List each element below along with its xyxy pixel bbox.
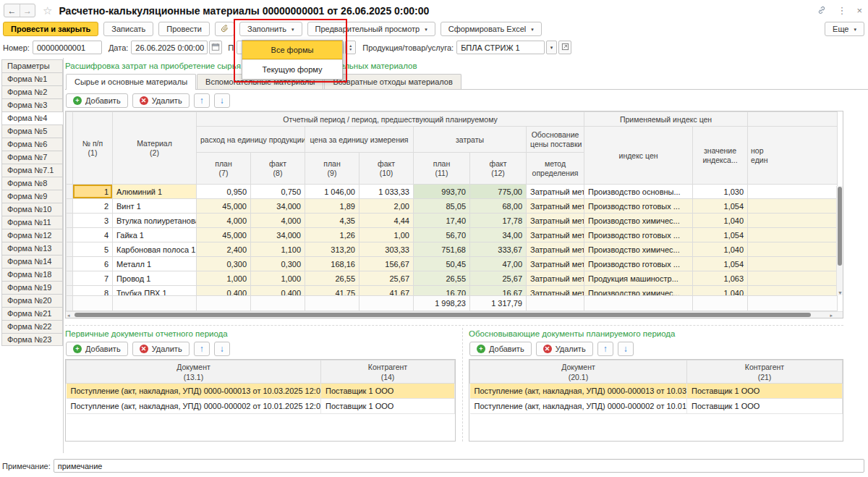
cell-price-plan[interactable]: 26,55 — [305, 271, 359, 286]
cell-justification[interactable]: Затратный мет... — [527, 228, 584, 242]
cell-num[interactable]: 4 — [73, 228, 113, 242]
tab-return-waste[interactable]: Возвратные отходы материалов — [324, 74, 461, 89]
back-icon[interactable]: ← — [4, 4, 20, 17]
cell-justification[interactable]: Затратный мет... — [527, 199, 584, 214]
excel-button[interactable]: Сформировать Excel▾ — [441, 22, 542, 36]
cell-cost-fact[interactable]: 68,00 — [470, 199, 527, 214]
cell-document[interactable]: Поступление (акт, накладная, УПД) 0000-0… — [67, 399, 321, 414]
cell-price-plan[interactable]: 41,75 — [305, 286, 359, 296]
cell-cost-fact[interactable]: 47,00 — [470, 257, 527, 271]
docs-plan-up-button[interactable]: ↑ — [597, 342, 613, 356]
fill-button[interactable]: Заполнить▾ — [239, 22, 302, 36]
cell-contractor[interactable]: Поставщик 1 ООО — [687, 384, 843, 399]
forward-icon[interactable]: → — [20, 4, 35, 17]
cell-index-value[interactable]: 1,054 — [693, 257, 748, 271]
cell-price-index[interactable]: Производство химичес... — [584, 286, 693, 296]
cell-num[interactable]: 2 — [73, 199, 113, 214]
docs-plan-down-button[interactable]: ↓ — [618, 342, 634, 356]
cell-expense-plan[interactable]: 0,400 — [197, 286, 251, 296]
cell-price-plan[interactable]: 4,35 — [305, 214, 359, 228]
number-field[interactable]: 00000000001 — [33, 41, 102, 54]
cell-justification[interactable]: Затратный мет... — [527, 214, 584, 228]
cell-cost-plan[interactable]: 85,05 — [414, 199, 470, 214]
table-row[interactable]: 5 Карбоновая полоса 1 2,400 1,100 313,20… — [67, 242, 838, 257]
vertical-scrollbar[interactable]: ▼ — [836, 186, 843, 295]
table-row[interactable]: 6 Металл 1 0,300 0,300 168,16 156,67 50,… — [67, 257, 838, 271]
cell-price-index[interactable]: Продукция машиностр... — [584, 271, 693, 286]
add-row-button[interactable]: +Добавить — [66, 93, 128, 108]
move-up-button[interactable]: ↑ — [194, 93, 210, 108]
docs-report-up-button[interactable]: ↑ — [194, 342, 210, 356]
product-open-button[interactable] — [558, 41, 571, 54]
horizontal-scrollbar[interactable]: ◂ ▸ — [66, 311, 843, 318]
table-row[interactable]: 3 Втулка полиуретановая 10x3.5 4,000 4,0… — [67, 214, 838, 228]
kebab-menu-icon[interactable]: ⋮ — [837, 5, 846, 16]
cell-expense-fact[interactable]: 34,000 — [251, 199, 305, 214]
cell-justification[interactable]: Затратный мет... — [527, 286, 584, 296]
cell-cost-fact[interactable]: 34,00 — [470, 228, 527, 242]
sidebar-tab[interactable]: Форма №22 — [1, 320, 63, 333]
cell-index-value[interactable]: 1,054 — [693, 228, 748, 242]
cell-index-value[interactable]: 1,040 — [693, 242, 748, 257]
cell-price-plan[interactable]: 1 046,00 — [305, 185, 359, 199]
sidebar-tab[interactable]: Форма №11 — [1, 216, 63, 229]
cell-material[interactable]: Трубка ПВХ 1 — [113, 286, 197, 296]
cell-price-plan[interactable]: 313,20 — [305, 242, 359, 257]
cell-price-index[interactable]: Производство готовых ... — [584, 257, 693, 271]
cell-index-value[interactable]: 1,030 — [693, 185, 748, 199]
sidebar-tab[interactable]: Форма №14 — [1, 255, 63, 268]
sidebar-tab[interactable]: Форма №2 — [1, 85, 63, 98]
sidebar-tab[interactable]: Форма №7 — [1, 151, 63, 164]
cell-price-index[interactable]: Производство химичес... — [584, 214, 693, 228]
document-row[interactable]: Поступление (акт, накладная, УПД) 0000-0… — [470, 399, 843, 414]
cell-justification[interactable]: Затратный мет... — [527, 185, 584, 199]
cell-price-fact[interactable]: 4,44 — [359, 214, 414, 228]
link-icon[interactable] — [817, 5, 827, 17]
docs-report-delete-button[interactable]: ✕Удалить — [132, 342, 190, 356]
table-row[interactable]: 7 Провод 1 1,000 1,000 26,55 25,67 26,55… — [67, 271, 838, 286]
cell-material[interactable]: Втулка полиуретановая 10x3.5 — [113, 214, 197, 228]
sidebar-tab[interactable]: Форма №7.1 — [1, 164, 63, 177]
docs-plan-delete-button[interactable]: ✕Удалить — [536, 342, 593, 356]
cell-expense-plan[interactable]: 45,000 — [197, 228, 251, 242]
cell-price-index[interactable]: Производство химичес... — [584, 242, 693, 257]
cell-document[interactable]: Поступление (акт, накладная, УПД) 0000-0… — [470, 399, 687, 414]
cell-num[interactable]: 6 — [73, 257, 113, 271]
cell-price-plan[interactable]: 1,26 — [305, 228, 359, 242]
sidebar-tab[interactable]: Форма №13 — [1, 242, 63, 255]
sidebar-tab[interactable]: Форма №18 — [1, 268, 63, 281]
cell-price-plan[interactable]: 168,16 — [305, 257, 359, 271]
sidebar-tab[interactable]: Форма №20 — [1, 294, 63, 307]
cell-contractor[interactable]: Поставщик 1 ООО — [687, 399, 843, 414]
docs-plan-add-button[interactable]: +Добавить — [469, 342, 532, 356]
cell-num[interactable]: 7 — [73, 271, 113, 286]
cell-expense-plan[interactable]: 2,400 — [197, 242, 251, 257]
cell-price-fact[interactable]: 2,00 — [359, 199, 414, 214]
cell-cost-fact[interactable]: 25,67 — [470, 271, 527, 286]
sidebar-tab[interactable]: Форма №8 — [1, 177, 63, 190]
cell-num[interactable]: 1 — [73, 185, 113, 199]
sidebar-tab[interactable]: Форма №23 — [1, 333, 63, 346]
document-row[interactable]: Поступление (акт, накладная, УПД) 0000-0… — [67, 384, 455, 399]
cell-cost-plan[interactable]: 56,70 — [414, 228, 470, 242]
more-button[interactable]: Еще▾ — [825, 22, 864, 36]
cell-justification[interactable]: Затратный мет... — [527, 242, 584, 257]
cell-document[interactable]: Поступление (акт, накладная, УПД) 0000-0… — [470, 384, 687, 399]
product-dropdown-button[interactable]: ▾ — [546, 41, 557, 54]
post-button[interactable]: Провести — [158, 22, 210, 36]
cell-contractor[interactable]: Поставщик 1 ООО — [321, 384, 455, 399]
sidebar-tab[interactable]: Форма №12 — [1, 229, 63, 242]
cell-price-plan[interactable]: 1,89 — [305, 199, 359, 214]
sidebar-tab[interactable]: Форма №19 — [1, 281, 63, 294]
tab-raw-materials[interactable]: Сырье и основные материалы — [66, 74, 196, 90]
cell-cost-fact[interactable]: 333,67 — [470, 242, 527, 257]
sidebar-tab[interactable]: Форма №6 — [1, 138, 63, 151]
date-field[interactable]: 26.06.2025 0:00:00 — [131, 41, 208, 54]
cell-price-index[interactable]: Производство готовых ... — [584, 199, 693, 214]
cell-expense-fact[interactable]: 1,000 — [251, 271, 305, 286]
cell-cost-plan[interactable]: 751,68 — [414, 242, 470, 257]
cell-num[interactable]: 8 — [73, 286, 113, 296]
document-row[interactable]: Поступление (акт, накладная, УПД) 0000-0… — [67, 399, 455, 414]
sidebar-tab[interactable]: Форма №3 — [1, 98, 63, 111]
cell-cost-fact[interactable]: 16,67 — [470, 286, 527, 296]
